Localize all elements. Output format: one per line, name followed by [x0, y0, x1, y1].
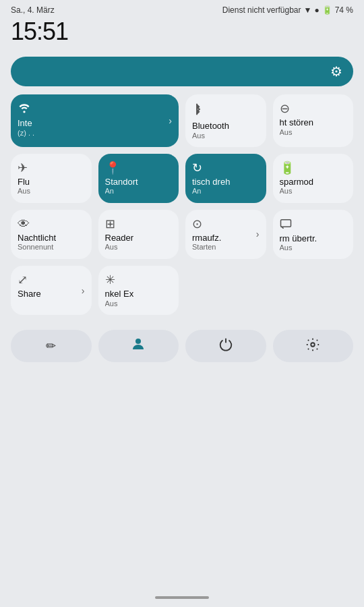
- svg-point-1: [135, 339, 141, 344]
- power-button[interactable]: [185, 330, 266, 362]
- tile-aufzeichnung-label: rmaufz.: [192, 233, 221, 243]
- battery-percent: 74 %: [335, 5, 353, 15]
- tile-nachtlicht-label: Nachtlicht: [18, 233, 56, 243]
- status-bar: Sa., 4. März Dienst nicht verfügbar ▼ ● …: [0, 0, 364, 16]
- tile-aufzeichnung-sublabel: Starten: [192, 243, 221, 252]
- sun-icon: ✳: [105, 274, 115, 286]
- tile-uebertragen-sublabel: Aus: [280, 243, 317, 252]
- edit-button[interactable]: ✏: [11, 330, 92, 362]
- status-right: Dienst nicht verfügbar ▼ ● 🔋 74 %: [222, 5, 353, 15]
- clock-time: 15:51: [11, 18, 68, 46]
- user-icon: [130, 336, 146, 356]
- tile-uebertragen[interactable]: rm übertr. Aus: [273, 210, 354, 260]
- svg-point-2: [311, 343, 315, 347]
- battery-save-icon: 🔋: [280, 162, 295, 174]
- tile-nicht-stoeren[interactable]: ⊖ ht stören Aus: [273, 94, 354, 147]
- status-service-text: Dienst nicht verfügbar: [222, 5, 301, 15]
- tile-nicht-stoeren-label: ht stören: [280, 117, 314, 128]
- bluetooth-icon: [192, 103, 202, 118]
- user-button[interactable]: [98, 330, 179, 362]
- tile-standort-sublabel: An: [105, 187, 138, 196]
- tile-reader-sublabel: Aus: [105, 243, 134, 252]
- tile-sparmod[interactable]: 🔋 sparmod Aus: [273, 154, 354, 203]
- reader-icon: ⊞: [105, 218, 115, 230]
- location-icon: 📍: [105, 162, 120, 174]
- tile-dunkel[interactable]: ✳ nkel Ex Aus: [98, 266, 179, 315]
- tile-reader-label: Reader: [105, 233, 134, 243]
- tile-nachtlicht-sublabel: Sonnenunt: [18, 243, 56, 252]
- cast-icon: [280, 218, 292, 231]
- record-icon: ⊙: [192, 218, 202, 230]
- share-icon: ⤢: [18, 274, 28, 286]
- edit-icon: ✏: [46, 339, 56, 353]
- tile-nachtlicht[interactable]: 👁 Nachtlicht Sonnenunt: [11, 210, 92, 260]
- plane-icon: ✈: [18, 162, 28, 174]
- brightness-icon: ⚙: [330, 63, 342, 80]
- signal-icon: ▼: [304, 5, 312, 15]
- tile-flugzeug-sublabel: Aus: [18, 187, 30, 196]
- gear-icon: [305, 337, 320, 355]
- tile-flugzeug[interactable]: ✈ Flu Aus: [11, 154, 92, 203]
- tile-internet[interactable]: Inte (z) . . ›: [11, 94, 179, 147]
- chevron-icon: ›: [82, 285, 85, 296]
- tile-dunkel-sublabel: Aus: [105, 299, 134, 308]
- tile-drehen-sublabel: An: [192, 187, 230, 196]
- tile-flugzeug-label: Flu: [18, 177, 30, 187]
- battery-icon: 🔋: [322, 5, 332, 15]
- tile-bluetooth-sublabel: Aus: [192, 132, 229, 140]
- tile-nicht-stoeren-sublabel: Aus: [280, 128, 314, 137]
- tile-standort-label: Standort: [105, 177, 138, 187]
- bottom-buttons: ✏: [0, 322, 364, 370]
- tile-bluetooth[interactable]: Bluetooth Aus: [185, 94, 266, 147]
- tile-share[interactable]: ⤢ Share ›: [11, 266, 92, 315]
- nachtlicht-icon: 👁: [18, 218, 30, 230]
- tile-sparmod-label: sparmod: [280, 177, 314, 187]
- wifi-icon: [18, 103, 31, 115]
- power-icon: [218, 337, 233, 355]
- tile-sparmod-sublabel: Aus: [280, 187, 314, 196]
- quick-tiles-grid: Inte (z) . . › Bluetooth Aus ⊖ ht stören…: [0, 94, 364, 315]
- tile-reader[interactable]: ⊞ Reader Aus: [98, 210, 179, 260]
- nicht-stoeren-icon: ⊖: [280, 103, 290, 115]
- tile-internet-label: Inte: [18, 118, 34, 129]
- brightness-bar[interactable]: ⚙: [11, 57, 353, 86]
- tile-drehen[interactable]: ↻ tisch dreh An: [185, 154, 266, 203]
- tile-drehen-label: tisch dreh: [192, 177, 230, 187]
- svg-rect-0: [280, 219, 291, 227]
- tile-bluetooth-label: Bluetooth: [192, 121, 229, 132]
- settings-button[interactable]: [273, 330, 354, 362]
- tile-standort[interactable]: 📍 Standort An: [98, 154, 179, 203]
- tile-dunkel-label: nkel Ex: [105, 289, 134, 299]
- chevron-icon: ›: [256, 229, 260, 239]
- chevron-icon: ›: [169, 115, 172, 126]
- tile-bildschirmaufzeichnung[interactable]: ⊙ rmaufz. Starten ›: [185, 210, 266, 260]
- time-row: 15:51: [0, 16, 364, 51]
- wifi-icon: ●: [314, 5, 319, 15]
- tile-uebertragen-label: rm übertr.: [280, 233, 317, 244]
- status-date: Sa., 4. März: [11, 5, 55, 15]
- rotate-icon: ↻: [192, 162, 202, 174]
- home-indicator: [155, 596, 209, 599]
- tile-share-label: Share: [18, 289, 41, 299]
- tile-internet-sublabel: (z) . .: [18, 129, 34, 138]
